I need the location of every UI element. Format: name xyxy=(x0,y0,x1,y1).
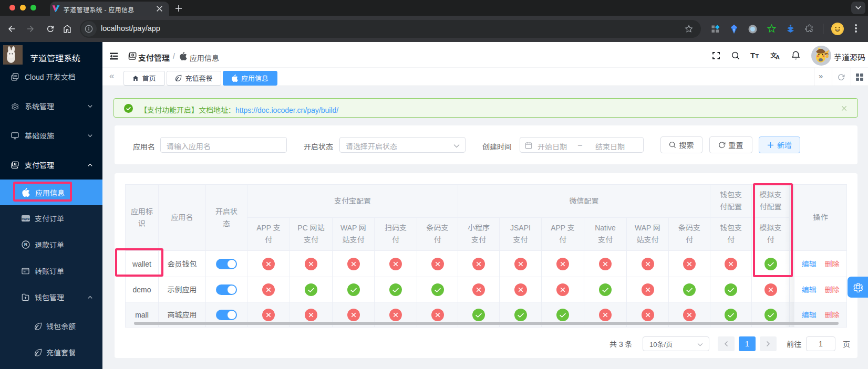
svg-text:PayPal: PayPal xyxy=(22,218,30,220)
svg-text:R: R xyxy=(24,242,28,247)
